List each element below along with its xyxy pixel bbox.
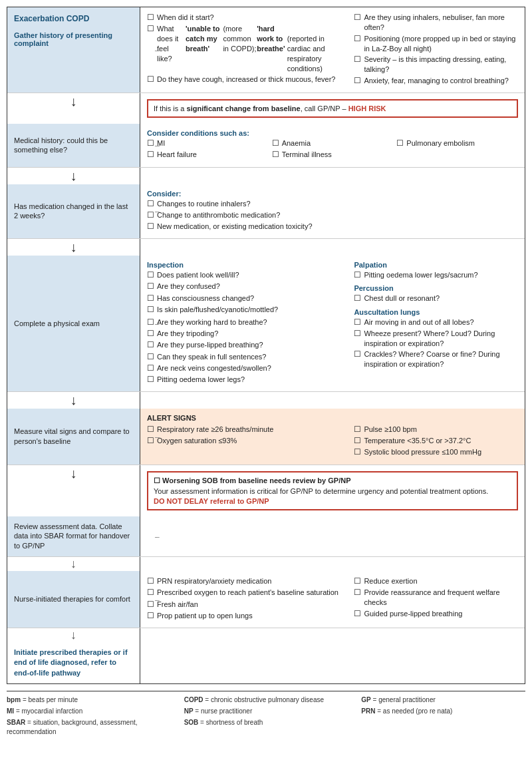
inspection-list: Does patient look well/ill? Are they con…: [147, 270, 347, 385]
abbrev-sbar: SBAR = situation, background, assessment…: [7, 718, 171, 737]
worsening-bold: ☐ Worsening SOB from baseline needs revi…: [154, 476, 351, 484]
list-item: Prop patient up to open lungs: [147, 611, 347, 621]
abbrev-bpm: bpm = beats per minute: [7, 695, 171, 705]
abbrev-key: MI: [7, 707, 14, 715]
spacer-2: [140, 168, 525, 184]
inspection-panel: Inspection Does patient look well/ill? A…: [147, 261, 347, 386]
list-item: Are neck veins congested/swollen?: [147, 363, 347, 373]
left-text-4: Complete a physical exam: [14, 319, 133, 329]
palpation-list: Pitting oedema lower legs/sacrum?: [354, 270, 518, 280]
left-cell-7: Nurse-initiated therapies for comfort: [7, 571, 140, 628]
list-item: Oxygen saturation ≤93%: [147, 436, 347, 446]
conditions-header: Consider conditions such as:: [147, 129, 518, 137]
list-item: Heart failure: [147, 150, 269, 160]
list-item: Changes to routine inhalers?: [147, 199, 518, 209]
list-item: Positioning (more propped up in bed or s…: [354, 34, 518, 54]
left-text-3: Has medication changed in the last 2 wee…: [14, 202, 133, 222]
row-2: Medical history: could this be something…: [7, 124, 525, 167]
alert-signs-header: ALERT SIGNS: [147, 414, 518, 422]
abbrev-key: SBAR: [7, 719, 25, 726]
dashed-arrow-6: ↓: [7, 557, 140, 571]
high-risk-label: HIGH RISK: [348, 104, 386, 112]
abbrev-key: PRN: [361, 707, 375, 715]
alert-col1: Respiratory rate ≥26 breaths/minute Oxyg…: [147, 425, 347, 459]
list-item: Can they speak in full sentences?: [147, 352, 347, 362]
list-item: Is skin pale/flushed/cyanotic/mottled?: [147, 305, 347, 315]
spacer-6: [140, 557, 525, 571]
arrow-down-1: ↓: [7, 93, 140, 124]
high-risk-box-wrapper: If this is a significant change from bas…: [140, 93, 525, 124]
list-item: Respiratory rate ≥26 breaths/minute: [147, 425, 347, 435]
abbrev-key: SOB: [184, 719, 199, 726]
list-item: Are they tripoding?: [147, 329, 347, 339]
list-item: Terminal illness: [272, 150, 394, 160]
alert-col2: Pulse ≥100 bpm Temperature <35.5°C or >3…: [354, 425, 518, 459]
list-item: Prescribed oxygen to reach patient's bas…: [147, 588, 347, 598]
conditions-col2: Anaemia Terminal illness: [272, 138, 394, 161]
left-cell-6: Review assessment data. Collate data int…: [7, 516, 140, 557]
section-title-1: Exacerbation COPD: [14, 14, 133, 23]
row-1: Exacerbation COPD Gather history of pres…: [7, 7, 525, 93]
comfort-list-2: Reduce exertion Provide reassurance and …: [354, 576, 518, 619]
worsening-row: ↓ ☐ Worsening SOB from baseline needs re…: [7, 465, 525, 516]
bold-text-2: 'hard work to breathe': [257, 24, 287, 54]
conditions-col1: MI Heart failure: [147, 138, 269, 161]
abbrev-key: GP: [361, 696, 370, 703]
arrow-row-1: ↓ If this is a significant change from b…: [7, 93, 525, 124]
list-item: Anaemia: [272, 138, 394, 148]
arrow-down-4: ↓: [7, 392, 140, 409]
row-5: Measure vital signs and compare to perso…: [7, 409, 525, 465]
abbrev-mi: MI = myocardial infarction: [7, 707, 171, 716]
high-risk-box: If this is a significant change from bas…: [147, 99, 518, 118]
comfort-col2: Reduce exertion Provide reassurance and …: [354, 576, 518, 622]
auscultation-header: Auscultation lungs: [354, 308, 518, 316]
arrow-row-2: ↓: [7, 168, 525, 184]
arrow-row-3: ↓: [7, 239, 525, 256]
list-item: When did it start?: [147, 13, 347, 23]
arrow-down-5: ↓: [7, 465, 140, 516]
abbrev-sob: SOB = shortness of breath: [184, 718, 348, 737]
spacer-3: [140, 239, 525, 256]
abbrev-prn: PRN = as needed (pro re nata): [361, 707, 525, 716]
list-item: PRN respiratory/anxiety medication: [147, 576, 347, 586]
abbreviations-footer: bpm = beats per minute COPD = chronic ob…: [7, 691, 525, 737]
list-item: Pitting oedema lower legs/sacrum?: [354, 270, 518, 280]
arrow-row-4: ↓: [7, 392, 525, 409]
list-item: Crackles? Where? Coarse or fine? During …: [354, 349, 518, 369]
arrow-row-7: ↓: [7, 628, 525, 642]
list-item: Guided purse-lipped breathing: [354, 609, 518, 619]
section-subtitle-1: Gather history of presenting complaint: [14, 31, 133, 47]
sig-change-text: significant change from baseline: [187, 104, 301, 112]
list-item: Do they have cough, increased or thick m…: [147, 75, 347, 85]
list-item: Reduce exertion: [354, 576, 518, 586]
checklist-col2: Are they using inhalers, nebuliser, fan …: [354, 13, 518, 86]
abbrev-key: COPD: [184, 696, 203, 703]
left-cell-8: Initiate prescribed therapies or if end …: [7, 642, 140, 683]
list-item: Has consciousness changed?: [147, 293, 347, 303]
left-text-2: Medical history: could this be something…: [14, 136, 133, 156]
list-item: Are they using inhalers, nebuliser, fan …: [354, 13, 518, 33]
list-item: Are they working hard to breathe?: [147, 317, 347, 327]
spacer-4: [140, 392, 525, 409]
do-not-delay: DO NOT DELAY referral to GP/NP: [154, 497, 511, 505]
comfort-col1: PRN respiratory/anxiety medication Presc…: [147, 576, 347, 622]
abbrev-key: bpm: [7, 696, 21, 703]
list-item: Pitting oedema lower legs?: [147, 375, 347, 385]
list-item: Temperature <35.5°C or >37.2°C: [354, 436, 518, 446]
list-item: Provide reassurance and frequent welfare…: [354, 588, 518, 608]
palpation-panel: Palpation Pitting oedema lower legs/sacr…: [354, 261, 518, 386]
right-cell-5: ALERT SIGNS Respiratory rate ≥26 breaths…: [140, 409, 525, 465]
comfort-list-1: PRN respiratory/anxiety medication Presc…: [147, 576, 347, 621]
left-cell-4: Complete a physical exam: [7, 256, 140, 391]
main-container: Exacerbation COPD Gather history of pres…: [7, 7, 525, 737]
row-6: Review assessment data. Collate data int…: [7, 516, 525, 558]
dashed-arrow-7: ↓: [7, 628, 140, 642]
spacer-7: [140, 628, 525, 642]
row-8: Initiate prescribed therapies or if end …: [7, 642, 525, 683]
right-cell-7: PRN respiratory/anxiety medication Presc…: [140, 571, 525, 628]
arrow-row-6: ↓: [7, 557, 525, 571]
list-item: Systolic blood pressure ≤100 mmHg: [354, 447, 518, 457]
left-cell-1: Exacerbation COPD Gather history of pres…: [7, 7, 140, 93]
right-cell-8: [140, 642, 525, 683]
abbrev-key: NP: [184, 707, 194, 715]
